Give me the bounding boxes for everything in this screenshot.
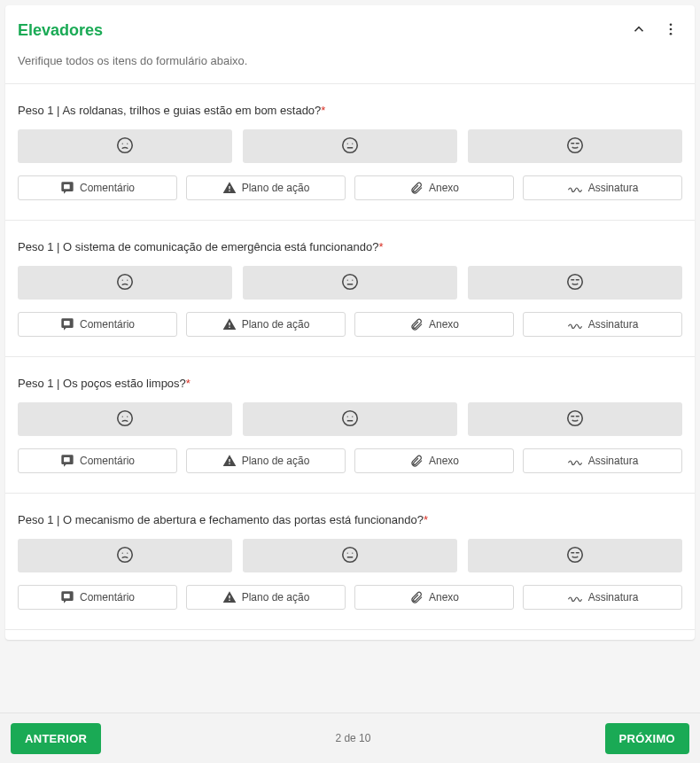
action-plan-button[interactable]: Plano de ação <box>186 585 346 610</box>
comment-button[interactable]: Comentário <box>18 448 177 473</box>
svg-point-26 <box>122 416 123 417</box>
footer-bar: ANTERIOR 2 de 10 PRÓXIMO <box>0 712 700 763</box>
svg-rect-13 <box>229 191 229 191</box>
warning-icon <box>222 181 237 195</box>
comment-icon <box>60 454 74 468</box>
svg-point-32 <box>568 410 583 425</box>
question-text: Peso 1 | Os poços estão limpos?* <box>18 377 682 390</box>
face-happy-icon <box>565 136 585 158</box>
question-block: Peso 1 | O sistema de comunicação de eme… <box>5 220 695 356</box>
rating-good-button[interactable] <box>468 539 682 572</box>
svg-point-16 <box>127 279 128 280</box>
face-sad-icon <box>115 272 135 294</box>
rating-good-button[interactable] <box>468 129 682 163</box>
rating-good-button[interactable] <box>468 266 682 300</box>
svg-point-39 <box>343 547 358 562</box>
svg-point-0 <box>670 23 673 26</box>
rating-bad-button[interactable] <box>18 402 232 436</box>
svg-rect-46 <box>229 600 229 601</box>
signature-icon <box>567 454 583 468</box>
attachment-button[interactable]: Anexo <box>354 448 514 473</box>
face-neutral-icon <box>340 409 360 431</box>
collapse-button[interactable] <box>627 18 650 43</box>
paperclip-icon <box>409 317 424 331</box>
attachment-button[interactable]: Anexo <box>354 175 514 200</box>
svg-point-29 <box>347 416 348 417</box>
rating-bad-button[interactable] <box>18 539 232 572</box>
action-plan-button[interactable]: Plano de ação <box>186 312 346 337</box>
face-neutral-icon <box>340 545 360 567</box>
menu-button[interactable] <box>659 18 682 43</box>
signature-button[interactable]: Assinatura <box>523 585 682 610</box>
rating-neutral-button[interactable] <box>243 266 457 300</box>
signature-button[interactable]: Assinatura <box>523 312 682 337</box>
comment-button[interactable]: Comentário <box>18 175 177 200</box>
face-sad-icon <box>115 545 135 567</box>
svg-point-40 <box>347 552 348 553</box>
rating-bad-button[interactable] <box>18 129 232 163</box>
svg-rect-11 <box>64 184 70 189</box>
warning-icon <box>222 317 237 331</box>
signature-icon <box>567 181 583 195</box>
svg-point-27 <box>127 416 128 417</box>
signature-button[interactable]: Assinatura <box>523 448 682 473</box>
comment-icon <box>60 317 74 331</box>
action-plan-button[interactable]: Plano de ação <box>186 448 346 473</box>
face-happy-icon <box>565 409 585 431</box>
attachment-button[interactable]: Anexo <box>354 585 514 610</box>
warning-icon <box>222 454 237 468</box>
svg-point-2 <box>670 33 673 35</box>
svg-point-10 <box>568 137 583 152</box>
question-text: Peso 1 | As roldanas, trilhos e guias es… <box>18 104 682 117</box>
svg-rect-12 <box>229 186 229 189</box>
svg-point-6 <box>343 137 358 152</box>
rating-neutral-button[interactable] <box>243 539 457 572</box>
svg-rect-34 <box>229 459 229 462</box>
svg-point-19 <box>352 279 353 280</box>
section-header: Elevadores <box>5 5 695 43</box>
svg-point-30 <box>352 416 353 417</box>
face-happy-icon <box>565 272 585 294</box>
chevron-up-icon <box>631 21 647 40</box>
signature-icon <box>567 317 583 331</box>
svg-rect-24 <box>229 327 229 328</box>
section-title: Elevadores <box>18 21 627 40</box>
question-block: Peso 1 | As roldanas, trilhos e guias es… <box>5 83 695 220</box>
attachment-button[interactable]: Anexo <box>354 312 514 337</box>
svg-point-18 <box>347 279 348 280</box>
signature-icon <box>567 590 583 604</box>
svg-point-3 <box>118 137 133 152</box>
svg-point-36 <box>118 547 133 562</box>
rating-good-button[interactable] <box>468 402 682 436</box>
svg-point-7 <box>347 143 348 144</box>
question-block: Peso 1 | Os poços estão limpos?*Comentár… <box>5 356 695 493</box>
svg-point-17 <box>343 274 358 289</box>
svg-rect-35 <box>229 463 229 464</box>
svg-point-14 <box>118 274 133 289</box>
svg-point-5 <box>127 143 128 144</box>
rating-neutral-button[interactable] <box>243 402 457 436</box>
signature-button[interactable]: Assinatura <box>523 175 682 200</box>
comment-icon <box>60 181 74 195</box>
rating-neutral-button[interactable] <box>243 129 457 163</box>
svg-point-43 <box>568 547 583 562</box>
face-sad-icon <box>115 409 135 431</box>
next-button[interactable]: PRÓXIMO <box>605 723 690 754</box>
comment-button[interactable]: Comentário <box>18 312 177 337</box>
paperclip-icon <box>409 181 424 195</box>
svg-rect-22 <box>64 321 70 325</box>
prev-button[interactable]: ANTERIOR <box>11 723 101 754</box>
pager-text: 2 de 10 <box>101 732 604 744</box>
face-neutral-icon <box>340 272 360 294</box>
svg-rect-23 <box>229 323 229 325</box>
more-vertical-icon <box>663 21 679 40</box>
comment-button[interactable]: Comentário <box>18 585 177 610</box>
warning-icon <box>222 590 237 604</box>
paperclip-icon <box>409 590 424 604</box>
svg-rect-45 <box>229 596 229 598</box>
face-happy-icon <box>565 545 585 567</box>
svg-point-4 <box>122 143 123 144</box>
face-sad-icon <box>115 136 135 158</box>
rating-bad-button[interactable] <box>18 266 232 300</box>
action-plan-button[interactable]: Plano de ação <box>186 175 346 200</box>
